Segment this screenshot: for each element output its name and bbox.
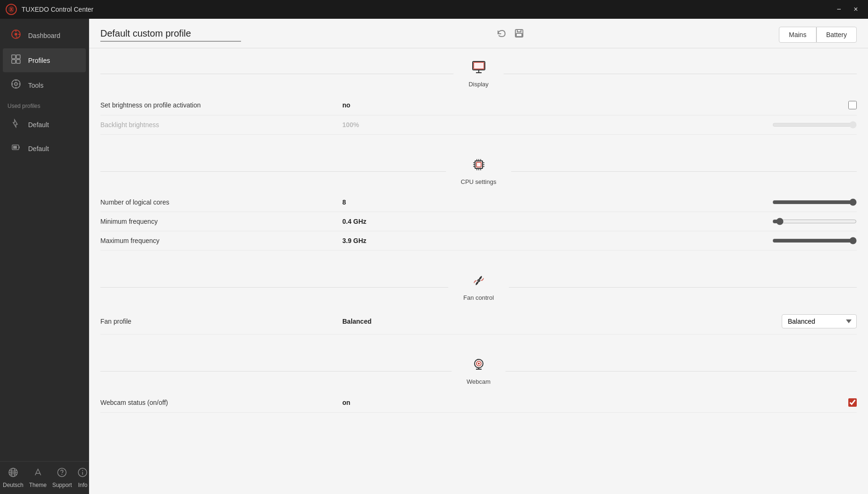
- section-line-webcam-left: [100, 371, 452, 372]
- section-line-fan-right: [509, 287, 857, 288]
- brightness-toggle-control: [444, 101, 857, 109]
- svg-rect-35: [474, 62, 484, 69]
- window-controls: − ×: [832, 3, 862, 16]
- ac-power-icon: [10, 119, 22, 130]
- undo-button[interactable]: [494, 26, 508, 43]
- sidebar-bottom-theme[interactable]: Theme: [26, 462, 49, 494]
- default-ac-label: Default: [28, 121, 49, 129]
- support-label: Support: [52, 482, 72, 488]
- logical-cores-row: Number of logical cores 8: [100, 193, 857, 212]
- fan-profile-row: Fan profile Balanced Balanced Silent Per…: [100, 309, 857, 334]
- sidebar-bottom: Deutsch Theme: [0, 461, 89, 494]
- mains-button[interactable]: Mains: [779, 27, 816, 43]
- dashboard-icon: [10, 29, 22, 42]
- backlight-brightness-control: [444, 121, 857, 129]
- battery-icon: [10, 143, 22, 154]
- power-mode-buttons: Mains Battery: [779, 27, 857, 43]
- svg-point-55: [478, 363, 480, 365]
- logical-cores-value: 8: [342, 198, 436, 206]
- brightness-toggle-checkbox[interactable]: [848, 101, 857, 109]
- cpu-section: CPU settings Number of logical cores 8 M…: [89, 146, 868, 262]
- webcam-icon-label: Webcam: [452, 357, 506, 385]
- fan-profile-name: Fan profile: [100, 318, 335, 325]
- webcam-status-name: Webcam status (on/off): [100, 399, 335, 406]
- backlight-brightness-name: Backlight brightness: [100, 121, 335, 129]
- cpu-icon-label: CPU settings: [446, 157, 512, 185]
- svg-rect-9: [12, 60, 15, 63]
- sidebar-item-tools[interactable]: Tools: [3, 73, 86, 97]
- webcam-status-row: Webcam status (on/off) on: [100, 393, 857, 413]
- svg-rect-19: [13, 146, 17, 149]
- app-logo-icon: X: [6, 4, 17, 15]
- section-line-cpu-right: [511, 171, 857, 172]
- brightness-toggle-row: Set brightness on profile activation no: [100, 95, 857, 115]
- used-profiles-heading: Used profiles: [0, 98, 89, 112]
- sidebar-bottom-support[interactable]: Support: [49, 462, 75, 494]
- svg-rect-10: [16, 60, 20, 63]
- svg-line-6: [16, 37, 17, 38]
- section-line-fan-left: [100, 287, 448, 288]
- language-icon: [8, 467, 18, 480]
- svg-text:X: X: [10, 7, 13, 12]
- backlight-brightness-row: Backlight brightness 100%: [100, 115, 857, 135]
- sidebar: Dashboard Profiles: [0, 19, 89, 494]
- sidebar-item-dashboard[interactable]: Dashboard: [3, 23, 86, 47]
- display-section-label: Display: [468, 81, 489, 88]
- deutsch-label: Deutsch: [3, 482, 23, 488]
- webcam-icon: [471, 357, 486, 375]
- minimize-button[interactable]: −: [832, 3, 845, 16]
- titlebar: X TUXEDO Control Center − ×: [0, 0, 868, 19]
- fan-icon-label: Fan control: [448, 273, 509, 301]
- sidebar-bottom-deutsch[interactable]: Deutsch: [0, 462, 26, 494]
- main-content: Default custom profile: [89, 19, 868, 494]
- webcam-section-divider: Webcam: [100, 346, 857, 393]
- svg-point-3: [15, 33, 17, 36]
- min-frequency-slider[interactable]: [772, 218, 857, 225]
- support-icon: [57, 467, 67, 480]
- battery-button[interactable]: Battery: [816, 27, 857, 43]
- display-icon: [471, 60, 486, 78]
- fan-section: Fan control Fan profile Balanced Balance…: [89, 262, 868, 346]
- profile-title: Default custom profile: [100, 28, 241, 42]
- sidebar-item-profiles[interactable]: Profiles: [3, 48, 86, 72]
- fan-profile-select[interactable]: Balanced Silent Performance: [782, 314, 857, 328]
- default-battery-label: Default: [28, 145, 49, 152]
- webcam-status-control: [444, 398, 857, 407]
- sidebar-item-default-ac[interactable]: Default: [3, 113, 86, 136]
- backlight-brightness-value: 100%: [342, 121, 436, 129]
- fan-section-divider: Fan control: [100, 262, 857, 309]
- section-line-webcam-right: [506, 371, 857, 372]
- cpu-icon: [471, 157, 486, 175]
- info-icon: [77, 467, 88, 480]
- min-frequency-value: 0.4 GHz: [342, 218, 436, 225]
- tools-icon: [10, 79, 22, 91]
- max-frequency-slider[interactable]: [772, 237, 857, 244]
- theme-label: Theme: [29, 482, 46, 488]
- max-frequency-row: Maximum frequency 3.9 GHz: [100, 231, 857, 251]
- section-line-left: [100, 74, 453, 74]
- section-line-right: [504, 74, 857, 74]
- webcam-section: Webcam Webcam status (on/off) on: [89, 346, 868, 424]
- logical-cores-slider[interactable]: [772, 198, 857, 206]
- tools-label: Tools: [28, 82, 44, 89]
- sidebar-bottom-info[interactable]: Info: [75, 462, 91, 494]
- fan-profile-control: Balanced Silent Performance: [444, 314, 857, 328]
- max-frequency-control: [444, 237, 857, 244]
- svg-point-52: [478, 280, 480, 281]
- max-frequency-name: Maximum frequency: [100, 237, 335, 244]
- cpu-section-divider: CPU settings: [100, 146, 857, 193]
- svg-rect-31: [516, 33, 522, 37]
- save-button[interactable]: [512, 26, 526, 43]
- sidebar-nav: Dashboard Profiles: [0, 19, 89, 461]
- display-section: Display Set brightness on profile activa…: [89, 48, 868, 146]
- max-frequency-value: 3.9 GHz: [342, 237, 436, 244]
- logical-cores-control: [444, 198, 857, 206]
- webcam-status-value: on: [342, 399, 436, 406]
- theme-icon: [33, 467, 43, 480]
- webcam-section-label: Webcam: [467, 378, 491, 385]
- brightness-toggle-name: Set brightness on profile activation: [100, 101, 335, 109]
- section-line-cpu-left: [100, 171, 446, 172]
- webcam-status-checkbox[interactable]: [848, 398, 857, 407]
- close-button[interactable]: ×: [849, 3, 862, 16]
- sidebar-item-default-battery[interactable]: Default: [3, 137, 86, 160]
